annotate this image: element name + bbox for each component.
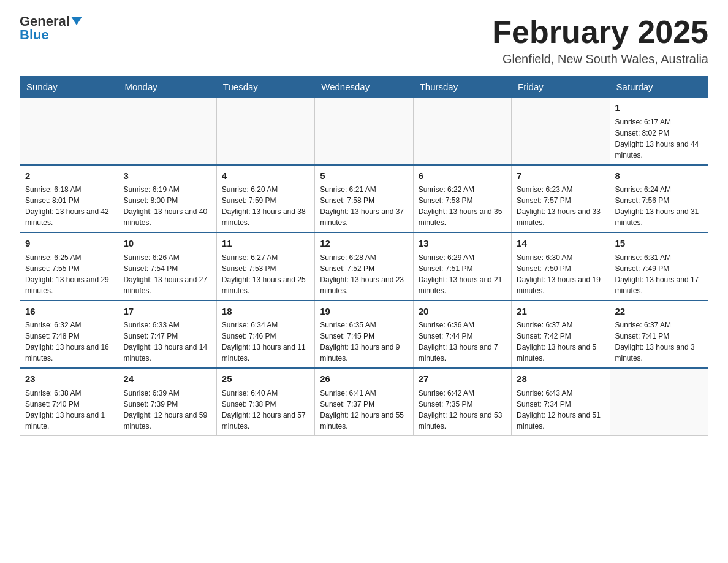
day-number: 9 (25, 237, 113, 251)
day-info: Sunrise: 6:29 AMSunset: 7:51 PMDaylight:… (419, 252, 506, 296)
calendar-cell: 9Sunrise: 6:25 AMSunset: 7:55 PMDaylight… (20, 232, 118, 301)
day-info: Sunrise: 6:25 AMSunset: 7:55 PMDaylight:… (25, 252, 113, 296)
calendar-table: SundayMondayTuesdayWednesdayThursdayFrid… (20, 76, 708, 436)
day-number: 21 (517, 305, 604, 319)
day-number: 28 (517, 372, 604, 386)
calendar-cell: 4Sunrise: 6:20 AMSunset: 7:59 PMDaylight… (216, 165, 314, 233)
day-number: 13 (419, 237, 506, 251)
logo-blue-text: Blue (20, 27, 49, 43)
day-info: Sunrise: 6:17 AMSunset: 8:02 PMDaylight:… (615, 117, 703, 161)
day-number: 12 (320, 237, 408, 251)
day-info: Sunrise: 6:18 AMSunset: 8:01 PMDaylight:… (25, 184, 113, 228)
day-number: 1 (615, 101, 703, 115)
calendar-cell: 10Sunrise: 6:26 AMSunset: 7:54 PMDayligh… (118, 232, 216, 301)
calendar-cell (610, 368, 708, 435)
calendar-cell (413, 98, 511, 165)
calendar-cell: 2Sunrise: 6:18 AMSunset: 8:01 PMDaylight… (20, 165, 118, 233)
calendar-header-thursday: Thursday (413, 77, 511, 98)
day-info: Sunrise: 6:38 AMSunset: 7:40 PMDaylight:… (25, 388, 113, 432)
day-number: 26 (320, 372, 408, 386)
calendar-cell: 20Sunrise: 6:36 AMSunset: 7:44 PMDayligh… (413, 301, 511, 369)
calendar-week-row: 16Sunrise: 6:32 AMSunset: 7:48 PMDayligh… (20, 301, 708, 369)
day-info: Sunrise: 6:41 AMSunset: 7:37 PMDaylight:… (320, 388, 408, 432)
day-number: 14 (517, 237, 604, 251)
day-number: 20 (419, 305, 506, 319)
day-info: Sunrise: 6:26 AMSunset: 7:54 PMDaylight:… (123, 252, 211, 296)
calendar-cell: 28Sunrise: 6:43 AMSunset: 7:34 PMDayligh… (512, 368, 610, 435)
day-number: 2 (25, 169, 113, 183)
day-info: Sunrise: 6:42 AMSunset: 7:35 PMDaylight:… (419, 388, 506, 432)
day-number: 18 (222, 305, 309, 319)
day-number: 23 (25, 372, 113, 386)
calendar-cell: 1Sunrise: 6:17 AMSunset: 8:02 PMDaylight… (610, 98, 708, 165)
day-info: Sunrise: 6:43 AMSunset: 7:34 PMDaylight:… (517, 388, 604, 432)
day-info: Sunrise: 6:32 AMSunset: 7:48 PMDaylight:… (25, 320, 113, 364)
day-number: 25 (222, 372, 309, 386)
calendar-cell: 24Sunrise: 6:39 AMSunset: 7:39 PMDayligh… (118, 368, 216, 435)
calendar-header-tuesday: Tuesday (216, 77, 314, 98)
logo-triangle-icon (71, 17, 82, 25)
day-info: Sunrise: 6:33 AMSunset: 7:47 PMDaylight:… (123, 320, 211, 364)
day-number: 7 (517, 169, 604, 183)
day-info: Sunrise: 6:36 AMSunset: 7:44 PMDaylight:… (419, 320, 506, 364)
day-number: 27 (419, 372, 506, 386)
day-number: 24 (123, 372, 211, 386)
day-info: Sunrise: 6:30 AMSunset: 7:50 PMDaylight:… (517, 252, 604, 296)
day-info: Sunrise: 6:27 AMSunset: 7:53 PMDaylight:… (222, 252, 309, 296)
day-number: 8 (615, 169, 703, 183)
day-number: 10 (123, 237, 211, 251)
day-number: 22 (615, 305, 703, 319)
title-area: February 2025 Glenfield, New South Wales… (492, 15, 708, 66)
day-info: Sunrise: 6:35 AMSunset: 7:45 PMDaylight:… (320, 320, 408, 364)
calendar-header-sunday: Sunday (20, 77, 118, 98)
day-number: 15 (615, 237, 703, 251)
day-number: 11 (222, 237, 309, 251)
calendar-cell: 23Sunrise: 6:38 AMSunset: 7:40 PMDayligh… (20, 368, 118, 435)
day-number: 19 (320, 305, 408, 319)
calendar-cell: 22Sunrise: 6:37 AMSunset: 7:41 PMDayligh… (610, 301, 708, 369)
calendar-cell: 16Sunrise: 6:32 AMSunset: 7:48 PMDayligh… (20, 301, 118, 369)
day-info: Sunrise: 6:39 AMSunset: 7:39 PMDaylight:… (123, 388, 211, 432)
calendar-week-row: 9Sunrise: 6:25 AMSunset: 7:55 PMDaylight… (20, 232, 708, 301)
calendar-cell (315, 98, 413, 165)
calendar-cell: 26Sunrise: 6:41 AMSunset: 7:37 PMDayligh… (315, 368, 413, 435)
calendar-week-row: 1Sunrise: 6:17 AMSunset: 8:02 PMDaylight… (20, 98, 708, 165)
day-info: Sunrise: 6:34 AMSunset: 7:46 PMDaylight:… (222, 320, 309, 364)
calendar-header-friday: Friday (512, 77, 610, 98)
calendar-cell: 5Sunrise: 6:21 AMSunset: 7:58 PMDaylight… (315, 165, 413, 233)
day-info: Sunrise: 6:37 AMSunset: 7:42 PMDaylight:… (517, 320, 604, 364)
location-title: Glenfield, New South Wales, Australia (492, 52, 708, 66)
calendar-cell: 27Sunrise: 6:42 AMSunset: 7:35 PMDayligh… (413, 368, 511, 435)
day-info: Sunrise: 6:24 AMSunset: 7:56 PMDaylight:… (615, 184, 703, 228)
day-info: Sunrise: 6:20 AMSunset: 7:59 PMDaylight:… (222, 184, 309, 228)
calendar-cell: 15Sunrise: 6:31 AMSunset: 7:49 PMDayligh… (610, 232, 708, 301)
calendar-week-row: 2Sunrise: 6:18 AMSunset: 8:01 PMDaylight… (20, 165, 708, 233)
logo: General Blue (20, 15, 82, 43)
day-info: Sunrise: 6:31 AMSunset: 7:49 PMDaylight:… (615, 252, 703, 296)
calendar-cell: 12Sunrise: 6:28 AMSunset: 7:52 PMDayligh… (315, 232, 413, 301)
calendar-cell: 25Sunrise: 6:40 AMSunset: 7:38 PMDayligh… (216, 368, 314, 435)
calendar-header-monday: Monday (118, 77, 216, 98)
calendar-cell: 14Sunrise: 6:30 AMSunset: 7:50 PMDayligh… (512, 232, 610, 301)
calendar-header-row: SundayMondayTuesdayWednesdayThursdayFrid… (20, 77, 708, 98)
calendar-cell: 7Sunrise: 6:23 AMSunset: 7:57 PMDaylight… (512, 165, 610, 233)
day-number: 4 (222, 169, 309, 183)
page-header: General Blue February 2025 Glenfield, Ne… (20, 15, 708, 66)
calendar-week-row: 23Sunrise: 6:38 AMSunset: 7:40 PMDayligh… (20, 368, 708, 435)
calendar-cell: 13Sunrise: 6:29 AMSunset: 7:51 PMDayligh… (413, 232, 511, 301)
calendar-cell: 11Sunrise: 6:27 AMSunset: 7:53 PMDayligh… (216, 232, 314, 301)
day-info: Sunrise: 6:19 AMSunset: 8:00 PMDaylight:… (123, 184, 211, 228)
day-info: Sunrise: 6:40 AMSunset: 7:38 PMDaylight:… (222, 388, 309, 432)
calendar-cell: 21Sunrise: 6:37 AMSunset: 7:42 PMDayligh… (512, 301, 610, 369)
day-info: Sunrise: 6:22 AMSunset: 7:58 PMDaylight:… (419, 184, 506, 228)
calendar-cell: 8Sunrise: 6:24 AMSunset: 7:56 PMDaylight… (610, 165, 708, 233)
day-info: Sunrise: 6:37 AMSunset: 7:41 PMDaylight:… (615, 320, 703, 364)
day-info: Sunrise: 6:28 AMSunset: 7:52 PMDaylight:… (320, 252, 408, 296)
calendar-cell (512, 98, 610, 165)
calendar-cell: 17Sunrise: 6:33 AMSunset: 7:47 PMDayligh… (118, 301, 216, 369)
day-number: 3 (123, 169, 211, 183)
calendar-cell (118, 98, 216, 165)
day-number: 5 (320, 169, 408, 183)
month-title: February 2025 (492, 15, 708, 50)
day-info: Sunrise: 6:23 AMSunset: 7:57 PMDaylight:… (517, 184, 604, 228)
